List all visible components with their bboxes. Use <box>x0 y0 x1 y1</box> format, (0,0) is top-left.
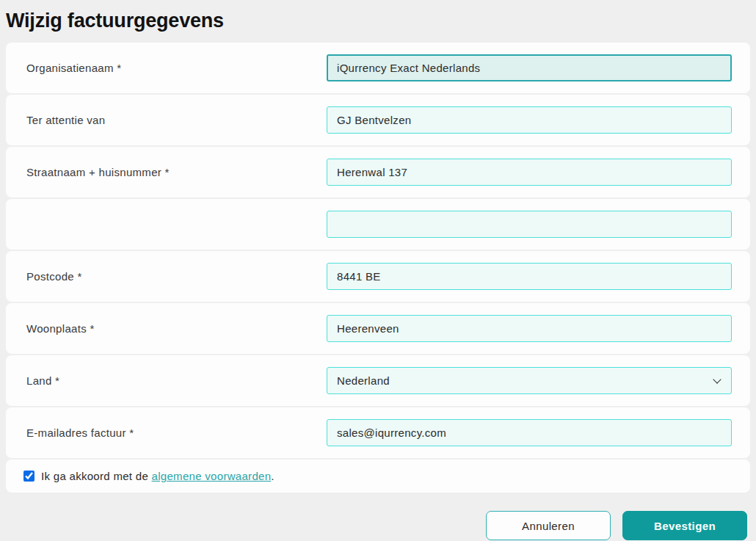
woonplaats-input[interactable] <box>327 315 732 342</box>
land-select[interactable]: Nederland <box>327 367 732 394</box>
form-row <box>6 199 750 250</box>
field-label: Land * <box>26 374 59 387</box>
field-select-wrap: Nederland <box>327 367 732 394</box>
emailadres-factuur-input[interactable] <box>327 419 732 446</box>
cancel-button[interactable]: Annuleren <box>486 511 611 540</box>
field-label: Straatnaam + huisnummer * <box>26 166 170 178</box>
field-input-wrap <box>327 315 732 342</box>
form-row: Woonplaats * <box>6 303 750 354</box>
consent-text: Ik ga akkoord met de algemene voorwaarde… <box>41 470 275 482</box>
terms-consent-row: Ik ga akkoord met de algemene voorwaarde… <box>6 460 750 493</box>
form-row: E-mailadres factuur * <box>6 407 750 458</box>
field-input-wrap <box>327 211 732 238</box>
field-input-wrap <box>327 263 732 290</box>
field-input-wrap <box>327 54 732 81</box>
adresregel-2-input[interactable] <box>327 211 732 238</box>
page-title: Wijzig factuurgegevens <box>6 9 750 32</box>
terms-checkbox[interactable] <box>23 471 34 482</box>
billing-details-form: Organisatienaam * Ter attentie van Straa… <box>6 43 750 458</box>
field-label: Woonplaats * <box>26 322 95 335</box>
field-label: E-mailadres factuur * <box>26 426 134 439</box>
postcode-input[interactable] <box>327 263 732 290</box>
organisatienaam-input[interactable] <box>327 54 732 81</box>
field-label: Postcode * <box>26 270 82 283</box>
billing-details-page: Wijzig factuurgegevens Organisatienaam *… <box>0 0 756 540</box>
form-actions: Annuleren Bevestigen <box>6 511 750 540</box>
form-row: Straatnaam + huisnummer * <box>6 147 750 197</box>
ter-attentie-van-input[interactable] <box>327 106 732 134</box>
form-row: Land * Nederland <box>6 355 750 406</box>
field-input-wrap <box>327 106 732 134</box>
form-row: Postcode * <box>6 251 750 302</box>
form-row: Organisatienaam * <box>6 43 750 93</box>
straatnaam-huisnummer-input[interactable] <box>327 159 732 186</box>
confirm-button[interactable]: Bevestigen <box>622 511 747 540</box>
field-input-wrap <box>327 419 732 446</box>
field-input-wrap <box>327 159 732 186</box>
terms-link[interactable]: algemene voorwaarden <box>152 470 272 482</box>
field-label: Ter attentie van <box>26 114 105 126</box>
field-input-wrap: Nederland <box>327 367 732 394</box>
field-label: Organisatienaam * <box>26 62 121 74</box>
form-row: Ter attentie van <box>6 95 750 145</box>
